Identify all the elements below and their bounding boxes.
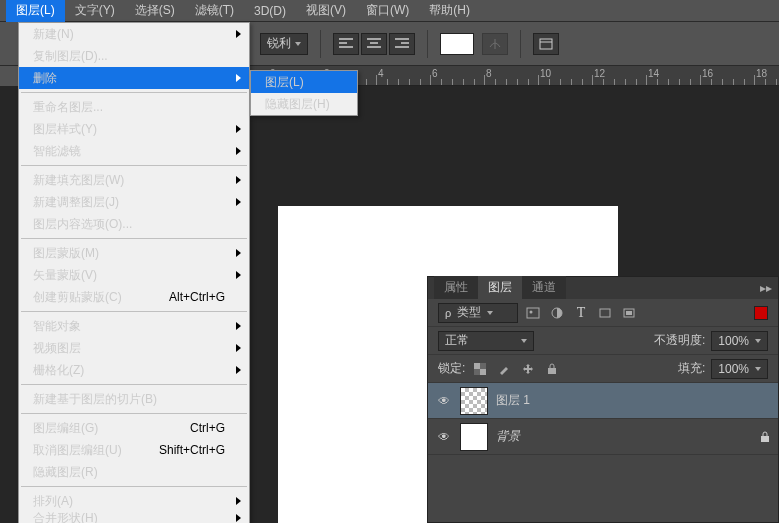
separator xyxy=(427,30,428,58)
collapse-icon[interactable]: ▸▸ xyxy=(760,281,772,295)
menu-item[interactable]: 删除 xyxy=(19,67,249,89)
filter-smart-icon[interactable] xyxy=(620,304,638,322)
menu-图层[interactable]: 图层(L) xyxy=(6,0,65,22)
submenu-arrow-icon xyxy=(236,366,241,374)
align-center-button[interactable] xyxy=(361,33,387,55)
ruler-label: 6 xyxy=(432,68,438,79)
filter-adjust-icon[interactable] xyxy=(548,304,566,322)
tab-图层[interactable]: 图层 xyxy=(478,276,522,299)
ruler-label: 16 xyxy=(702,68,713,79)
align-left-button[interactable] xyxy=(333,33,359,55)
menu-item[interactable]: 重命名图层... xyxy=(19,96,249,118)
menu-item[interactable]: 新建调整图层(J) xyxy=(19,191,249,213)
ruler-label: 10 xyxy=(540,68,551,79)
filter-image-icon[interactable] xyxy=(524,304,542,322)
blend-mode-combo[interactable]: 正常 xyxy=(438,331,534,351)
submenu-arrow-icon xyxy=(236,176,241,184)
filter-toggle[interactable] xyxy=(754,306,768,320)
submenu-arrow-icon xyxy=(236,125,241,133)
menu-item[interactable]: 新建基于图层的切片(B) xyxy=(19,388,249,410)
filter-label: 类型 xyxy=(457,304,481,321)
menu-item[interactable]: 图层(L) xyxy=(251,71,357,93)
separator xyxy=(21,238,247,239)
chevron-down-icon xyxy=(755,367,761,371)
submenu-arrow-icon xyxy=(236,322,241,330)
lock-row: 锁定: 填充: 100% xyxy=(428,355,778,383)
fill-label: 填充: xyxy=(678,360,705,377)
menu-文字[interactable]: 文字(Y) xyxy=(65,0,125,22)
menu-item-label: 图层(L) xyxy=(265,74,304,91)
align-right-button[interactable] xyxy=(389,33,415,55)
opacity-field[interactable]: 100% xyxy=(711,331,768,351)
delete-submenu-dropdown: 图层(L)隐藏图层(H) xyxy=(250,70,358,116)
menu-选择[interactable]: 选择(S) xyxy=(125,0,185,22)
submenu-arrow-icon xyxy=(236,198,241,206)
lock-move-icon[interactable] xyxy=(519,360,537,378)
layer-thumbnail[interactable] xyxy=(460,387,488,415)
svg-rect-9 xyxy=(474,363,480,369)
menu-item[interactable]: 图层编组(G)Ctrl+G xyxy=(19,417,249,439)
menu-帮助[interactable]: 帮助(H) xyxy=(419,0,480,22)
menu-item-label: 图层样式(Y) xyxy=(33,121,97,138)
layer-row[interactable]: 👁 背景 xyxy=(428,419,778,455)
menu-item[interactable]: 创建剪贴蒙版(C)Alt+Ctrl+G xyxy=(19,286,249,308)
visibility-icon[interactable]: 👁 xyxy=(436,394,452,408)
menu-item[interactable]: 新建(N) xyxy=(19,23,249,45)
separator xyxy=(21,165,247,166)
warp-text-button[interactable] xyxy=(482,33,508,55)
color-swatch[interactable] xyxy=(440,33,474,55)
menu-item[interactable]: 矢量蒙版(V) xyxy=(19,264,249,286)
fill-field[interactable]: 100% xyxy=(711,359,768,379)
layer-row[interactable]: 👁 图层 1 xyxy=(428,383,778,419)
menu-item: 合并形状(H) xyxy=(19,512,249,523)
menu-item[interactable]: 智能对象 xyxy=(19,315,249,337)
filter-shape-icon[interactable] xyxy=(596,304,614,322)
menu-滤镜[interactable]: 滤镜(T) xyxy=(185,0,244,22)
menu-窗口[interactable]: 窗口(W) xyxy=(356,0,419,22)
separator xyxy=(21,486,247,487)
svg-rect-5 xyxy=(600,309,610,317)
menu-item-label: 矢量蒙版(V) xyxy=(33,267,97,284)
filter-combo[interactable]: ρ 类型 xyxy=(438,303,518,323)
visibility-icon[interactable]: 👁 xyxy=(436,430,452,444)
layer-name[interactable]: 背景 xyxy=(496,428,520,445)
filter-text-icon[interactable]: T xyxy=(572,304,590,322)
layer-thumbnail[interactable] xyxy=(460,423,488,451)
lock-all-icon[interactable] xyxy=(543,360,561,378)
panels-button[interactable] xyxy=(533,33,559,55)
menu-item-label: 取消图层编组(U) xyxy=(33,442,122,459)
menu-item[interactable]: 视频图层 xyxy=(19,337,249,359)
menu-item[interactable]: 隐藏图层(R) xyxy=(19,461,249,483)
menu-item-label: 视频图层 xyxy=(33,340,81,357)
svg-rect-2 xyxy=(527,308,539,318)
submenu-arrow-icon xyxy=(236,30,241,38)
menu-3D[interactable]: 3D(D) xyxy=(244,1,296,21)
lock-trans-icon[interactable] xyxy=(471,360,489,378)
menu-item[interactable]: 图层样式(Y) xyxy=(19,118,249,140)
submenu-arrow-icon xyxy=(236,497,241,505)
menu-item[interactable]: 排列(A) xyxy=(19,490,249,512)
panel-tabs: 属性图层通道▸▸ xyxy=(428,277,778,299)
svg-rect-7 xyxy=(626,311,632,315)
menu-item-label: 新建填充图层(W) xyxy=(33,172,124,189)
menu-item: 智能滤镜 xyxy=(19,140,249,162)
tab-通道[interactable]: 通道 xyxy=(522,276,566,299)
lock-paint-icon[interactable] xyxy=(495,360,513,378)
chevron-down-icon xyxy=(487,311,493,315)
menu-视图[interactable]: 视图(V) xyxy=(296,0,356,22)
menu-item: 图层内容选项(O)... xyxy=(19,213,249,235)
opacity-label: 不透明度: xyxy=(654,332,705,349)
layer-name[interactable]: 图层 1 xyxy=(496,392,530,409)
menu-item-label: 智能滤镜 xyxy=(33,143,81,160)
separator xyxy=(520,30,521,58)
menu-item[interactable]: 图层蒙版(M) xyxy=(19,242,249,264)
menu-item[interactable]: 复制图层(D)... xyxy=(19,45,249,67)
menu-item: 隐藏图层(H) xyxy=(251,93,357,115)
chevron-down-icon xyxy=(755,339,761,343)
chevron-down-icon xyxy=(295,42,301,46)
lock-label: 锁定: xyxy=(438,360,465,377)
chevron-down-icon xyxy=(521,339,527,343)
tab-属性[interactable]: 属性 xyxy=(434,276,478,299)
menu-item[interactable]: 新建填充图层(W) xyxy=(19,169,249,191)
sharpness-combo[interactable]: 锐利 xyxy=(260,33,308,55)
